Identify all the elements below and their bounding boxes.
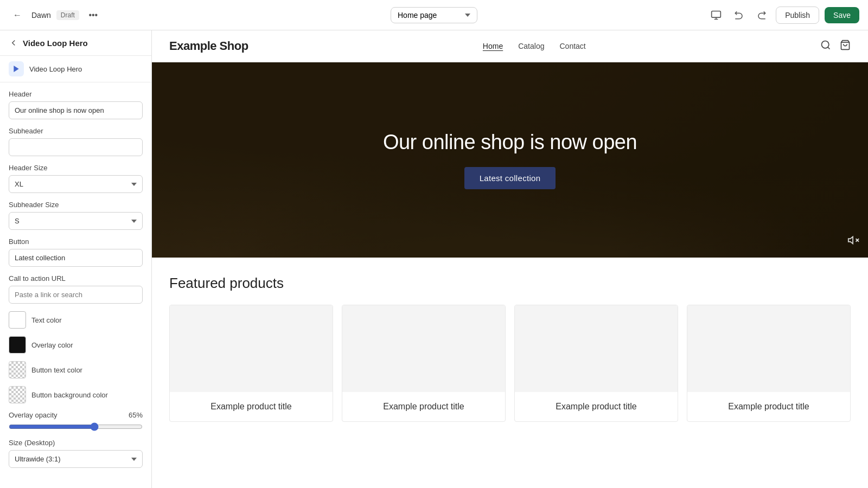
size-desktop-label: Size (Desktop) [9, 439, 143, 447]
hero-content: Our online shop is now open Latest colle… [383, 131, 637, 189]
product-image [342, 305, 505, 392]
product-image [687, 305, 850, 392]
product-card[interactable]: Example product title [169, 305, 333, 422]
nav-catalog[interactable]: Catalog [518, 42, 544, 50]
subheader-size-select[interactable]: SMLXL [9, 212, 143, 230]
button-bg-color-label: Button background color [31, 391, 108, 399]
topbar: ← Dawn Draft ••• Home page Publish Save [0, 0, 868, 30]
redo-button[interactable] [753, 7, 770, 24]
section-item-label: Video Loop Hero [29, 65, 82, 73]
button-field-group: Button [9, 237, 143, 267]
nav-icons [820, 40, 851, 53]
product-title: Example product title [687, 392, 850, 421]
store-name: Dawn [31, 11, 51, 20]
sidebar-section-title: Video Loop Hero [23, 38, 88, 48]
button-label: Button [9, 237, 143, 246]
svg-rect-0 [712, 11, 721, 17]
sidebar-back-button[interactable] [9, 38, 18, 48]
topbar-left: ← Dawn Draft ••• [9, 7, 288, 24]
publish-button[interactable]: Publish [776, 7, 819, 24]
redo-icon [757, 10, 767, 20]
svg-marker-1 [14, 66, 18, 72]
subheader-size-label: Subheader Size [9, 201, 143, 209]
subheader-field-group: Subheader [9, 127, 143, 156]
save-button[interactable]: Save [825, 7, 859, 23]
topbar-right: Publish Save [580, 7, 859, 24]
button-bg-color-swatch[interactable] [9, 386, 26, 403]
overlay-opacity-label-row: Overlay opacity 65% [9, 411, 143, 419]
overlay-opacity-value: 65% [129, 411, 143, 419]
video-icon [12, 65, 21, 73]
button-text-color-swatch[interactable] [9, 361, 26, 378]
product-title: Example product title [515, 392, 678, 421]
nav-contact[interactable]: Contact [559, 42, 585, 50]
overlay-color-label: Overlay color [31, 341, 73, 349]
overlay-opacity-row: Overlay opacity 65% [9, 411, 143, 431]
product-title: Example product title [170, 392, 333, 421]
svg-marker-5 [848, 237, 853, 244]
cta-label: Call to action URL [9, 274, 143, 282]
svg-line-3 [828, 47, 830, 49]
size-desktop-field-group: Size (Desktop) Small (4:1)Medium (5:2)La… [9, 439, 143, 468]
size-desktop-select[interactable]: Small (4:1)Medium (5:2)Large (2:1)Ultraw… [9, 450, 143, 468]
product-card[interactable]: Example product title [514, 305, 678, 422]
product-card[interactable]: Example product title [342, 305, 506, 422]
cta-input[interactable] [9, 286, 143, 304]
product-image [170, 305, 333, 392]
overlay-color-row: Overlay color [9, 336, 143, 354]
section-icon [9, 61, 24, 76]
shop-logo: Example Shop [169, 39, 248, 53]
cart-icon[interactable] [840, 40, 851, 53]
topbar-center: Home page [295, 7, 574, 23]
nav-links: Home Catalog Contact [483, 42, 586, 50]
overlay-opacity-slider[interactable] [9, 422, 143, 431]
products-grid: Example product title Example product ti… [169, 305, 851, 422]
button-bg-color-row: Button background color [9, 386, 143, 403]
overlay-color-swatch[interactable] [9, 336, 26, 354]
subheader-size-field-group: Subheader Size SMLXL [9, 201, 143, 230]
button-input[interactable] [9, 249, 143, 267]
mute-icon [847, 234, 859, 246]
desktop-view-button[interactable] [707, 7, 725, 24]
undo-icon [734, 10, 744, 20]
hero-sound-toggle[interactable] [847, 234, 859, 249]
text-color-label: Text color [31, 316, 62, 324]
hero-cta-button[interactable]: Latest collection [464, 167, 556, 189]
header-label: Header [9, 90, 143, 98]
shop-nav: Example Shop Home Catalog Contact [152, 30, 868, 62]
page-selector[interactable]: Home page [391, 7, 477, 23]
header-size-select[interactable]: XSSMLXLXXL [9, 175, 143, 193]
header-size-field-group: Header Size XSSMLXLXXL [9, 164, 143, 193]
header-size-label: Header Size [9, 164, 143, 172]
text-color-swatch[interactable] [9, 311, 26, 329]
product-image [515, 305, 678, 392]
overlay-opacity-label: Overlay opacity [9, 411, 58, 419]
search-icon[interactable] [820, 40, 831, 53]
draft-badge: Draft [56, 10, 79, 20]
back-arrow-icon [9, 38, 18, 48]
text-color-row: Text color [9, 311, 143, 329]
more-options-button[interactable]: ••• [85, 7, 102, 24]
desktop-icon [711, 10, 722, 21]
hero-section: Our online shop is now open Latest colle… [152, 62, 868, 258]
sidebar: Video Loop Hero Video Loop Hero Header S… [0, 30, 152, 488]
header-field-group: Header [9, 90, 143, 119]
preview-area: Example Shop Home Catalog Contact Our [152, 30, 868, 488]
featured-title: Featured products [169, 275, 851, 292]
nav-home[interactable]: Home [483, 42, 503, 50]
sidebar-section-item[interactable]: Video Loop Hero [0, 56, 151, 82]
sidebar-header: Video Loop Hero [0, 30, 151, 56]
button-text-color-label: Button text color [31, 366, 82, 374]
undo-button[interactable] [730, 7, 748, 24]
back-button[interactable]: ← [9, 7, 26, 24]
featured-section: Featured products Example product title … [152, 258, 868, 439]
product-card[interactable]: Example product title [687, 305, 851, 422]
subheader-input[interactable] [9, 138, 143, 156]
header-input[interactable] [9, 101, 143, 119]
main-layout: Video Loop Hero Video Loop Hero Header S… [0, 30, 868, 488]
product-title: Example product title [342, 392, 505, 421]
cta-field-group: Call to action URL [9, 274, 143, 304]
hero-title: Our online shop is now open [383, 131, 637, 154]
sidebar-fields: Header Subheader Header Size XSSMLXLXXL … [0, 82, 151, 476]
button-text-color-row: Button text color [9, 361, 143, 378]
